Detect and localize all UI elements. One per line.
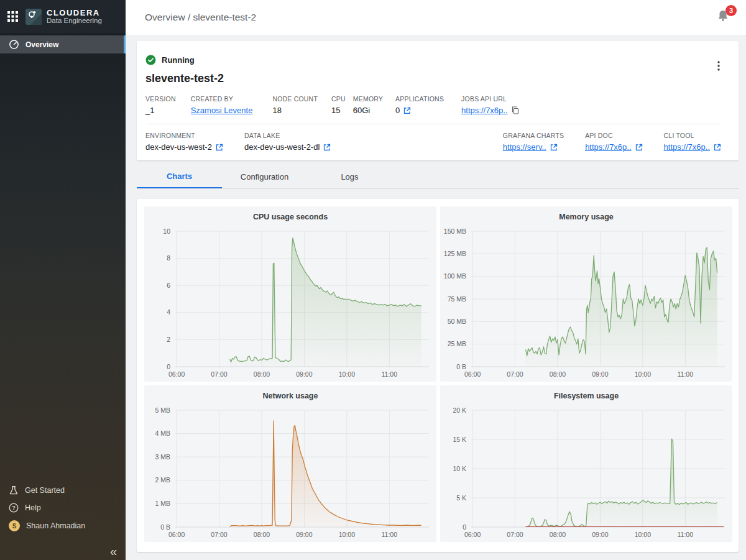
notification-badge: 3	[725, 5, 737, 16]
status-badge: Running	[162, 55, 195, 65]
svg-text:09:00: 09:00	[296, 370, 312, 378]
sidebar-header: CLOUDERA Data Engineering	[0, 0, 126, 33]
svg-text:2 MB: 2 MB	[155, 476, 170, 484]
svg-text:08:00: 08:00	[550, 531, 566, 538]
kebab-menu-icon[interactable]	[717, 61, 720, 71]
topbar: Overview / slevente-test-2 3	[126, 0, 746, 35]
flask-icon	[9, 485, 19, 495]
meta-cpu: CPU 15	[331, 95, 346, 115]
external-link-icon[interactable]	[714, 144, 721, 151]
created-by-link[interactable]: Szamosi Levente	[191, 106, 253, 115]
svg-text:100 MB: 100 MB	[444, 272, 466, 280]
breadcrumb: Overview / slevente-test-2	[145, 12, 256, 23]
svg-text:07:00: 07:00	[507, 531, 523, 538]
chart-title: Filesystem usage	[440, 385, 732, 404]
avatar: S	[9, 520, 20, 531]
sidebar: CLOUDERA Data Engineering Overview Get S…	[0, 0, 126, 560]
svg-text:11:00: 11:00	[382, 531, 398, 538]
svg-text:09:00: 09:00	[296, 531, 312, 538]
svg-text:0 B: 0 B	[456, 363, 466, 370]
breadcrumb-current: slevente-test-2	[193, 12, 257, 22]
get-started-label: Get Started	[25, 486, 65, 495]
svg-text:11:00: 11:00	[678, 370, 694, 378]
svg-text:10 K: 10 K	[453, 465, 466, 472]
notification-bell[interactable]: 3	[716, 9, 732, 26]
svg-text:10:00: 10:00	[635, 531, 651, 538]
help-item[interactable]: ? Help	[0, 499, 126, 516]
meta-version: VERSION _1	[145, 95, 176, 115]
breadcrumb-separator: /	[185, 12, 193, 22]
external-link-icon[interactable]	[635, 144, 643, 151]
svg-text:10: 10	[163, 227, 170, 235]
svg-text:6: 6	[167, 282, 170, 289]
svg-text:25 MB: 25 MB	[448, 340, 466, 347]
meta-created-by: CREATED BY Szamosi Levente	[191, 95, 253, 115]
help-icon: ?	[9, 503, 19, 513]
sidebar-footer: Get Started ? Help S Shaun Ahmadian	[0, 482, 126, 535]
api-doc-link[interactable]: https://7x6p..	[585, 142, 631, 152]
meta-jobs-api-url: JOBS API URL https://7x6p..	[461, 95, 518, 115]
svg-text:75 MB: 75 MB	[448, 295, 466, 303]
brand-product: Data Engineering	[47, 17, 102, 24]
avatar-initial: S	[12, 523, 17, 530]
svg-text:06:00: 06:00	[464, 531, 481, 538]
tab-bar: Charts Configuration Logs	[137, 165, 739, 189]
sidebar-item-overview[interactable]: Overview	[0, 35, 126, 53]
meta-memory: MEMORY 60Gi	[353, 95, 383, 115]
tab-configuration[interactable]: Configuration	[222, 165, 307, 188]
svg-text:10:00: 10:00	[339, 531, 355, 538]
copy-icon[interactable]	[512, 106, 519, 114]
cli-tool-link[interactable]: https://7x6p..	[664, 142, 710, 152]
help-label: Help	[25, 503, 41, 512]
chart-title: CPU usage seconds	[144, 206, 436, 225]
svg-text:2: 2	[167, 336, 170, 343]
svg-text:0 B: 0 B	[160, 523, 170, 531]
svg-text:125 MB: 125 MB	[444, 250, 466, 257]
svg-text:3 MB: 3 MB	[155, 453, 170, 461]
chart-title: Network usage	[144, 385, 436, 404]
tab-logs[interactable]: Logs	[307, 165, 392, 188]
meta-applications: APPLICATIONS 0	[395, 95, 444, 115]
chart-title: Memory usage	[440, 206, 732, 225]
svg-text:07:00: 07:00	[507, 370, 523, 378]
meta-cli-tool: CLI TOOL https://7x6p..	[664, 132, 721, 152]
svg-text:15 K: 15 K	[453, 436, 466, 443]
svg-text:08:00: 08:00	[254, 531, 270, 538]
app-grid-icon[interactable]	[7, 11, 18, 22]
external-link-icon[interactable]	[323, 144, 331, 151]
network-usage-chart: 0 B1 MB2 MB3 MB4 MB5 MB06:0007:0008:0009…	[144, 404, 436, 542]
svg-text:11:00: 11:00	[678, 531, 694, 538]
jobs-api-url-link[interactable]: https://7x6p..	[461, 106, 507, 115]
svg-text:10:00: 10:00	[635, 370, 651, 378]
divider	[145, 124, 721, 124]
external-link-icon[interactable]	[216, 144, 223, 151]
external-link-icon[interactable]	[403, 107, 411, 114]
cpu-usage-chart: 024681006:0007:0008:0009:0010:0011:00	[144, 225, 436, 382]
chart-memory-usage: Memory usage 0 B25 MB50 MB75 MB100 MB125…	[440, 206, 732, 382]
svg-text:09:00: 09:00	[592, 531, 608, 538]
main-area: Overview / slevente-test-2 3 Running	[126, 0, 746, 560]
svg-text:1 MB: 1 MB	[155, 500, 170, 507]
get-started-item[interactable]: Get Started	[0, 482, 126, 499]
breadcrumb-section[interactable]: Overview	[145, 12, 185, 22]
svg-text:08:00: 08:00	[254, 370, 270, 378]
tab-charts[interactable]: Charts	[137, 165, 222, 188]
meta-environment: ENVIRONMENT dex-dev-us-west-2	[145, 132, 223, 152]
brand[interactable]: CLOUDERA Data Engineering	[25, 9, 102, 25]
svg-text:10:00: 10:00	[339, 370, 355, 378]
grafana-charts-link[interactable]: https://serv..	[503, 142, 546, 152]
user-item[interactable]: S Shaun Ahmadian	[0, 516, 126, 535]
meta-api-doc: API DOC https://7x6p..	[585, 132, 642, 152]
svg-text:07:00: 07:00	[211, 370, 227, 378]
svg-text:0: 0	[167, 363, 170, 370]
user-name-label: Shaun Ahmadian	[26, 521, 85, 530]
svg-text:06:00: 06:00	[464, 370, 481, 378]
svg-text:08:00: 08:00	[550, 370, 566, 378]
svg-text:07:00: 07:00	[211, 531, 227, 538]
sidebar-collapse-icon[interactable]: «	[110, 545, 117, 558]
brand-name: CLOUDERA	[47, 9, 102, 17]
svg-text:06:00: 06:00	[168, 370, 185, 378]
external-link-icon[interactable]	[550, 144, 558, 151]
charts-section: CPU usage seconds 024681006:0007:0008:00…	[137, 199, 739, 552]
svg-text:150 MB: 150 MB	[444, 227, 466, 235]
